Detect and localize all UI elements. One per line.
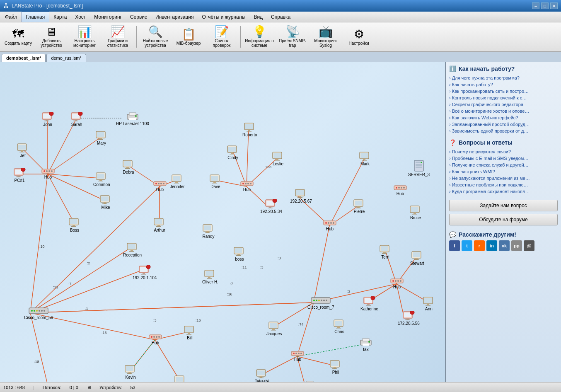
getting-started-link[interactable]: Запланированный простой оборуд… bbox=[449, 121, 558, 128]
node-mike[interactable]: Mike bbox=[99, 195, 112, 210]
node-arthur[interactable]: Arthur bbox=[153, 218, 166, 232]
node-bruce[interactable]: Bruce bbox=[409, 205, 422, 220]
node-ip_192_20_1_104[interactable]: 192.20.1.104 bbox=[133, 265, 157, 280]
toolbar-btn-check-list[interactable]: 📝Список проверок bbox=[206, 24, 237, 50]
node-debra[interactable]: Debra bbox=[122, 160, 135, 174]
getting-started-link[interactable]: Как просканировать сеть и постро… bbox=[449, 88, 558, 94]
qa-link[interactable]: Куда программа сохраняет накопл… bbox=[449, 188, 558, 195]
toolbar-btn-syslog[interactable]: 📺Мониторинг Syslog bbox=[310, 24, 341, 50]
getting-started-link[interactable]: Зависимость одной проверки от д… bbox=[449, 128, 558, 134]
menu-item-reports[interactable]: Отчёты и журналы bbox=[198, 12, 249, 22]
social-btn-linkedin[interactable]: in bbox=[486, 240, 497, 251]
tab-demo_rus[interactable]: demo_rus.lsm* bbox=[46, 54, 86, 62]
qa-link[interactable]: Почему не рисуются связи? bbox=[449, 148, 558, 155]
qa-link[interactable]: Известные проблемы при подклю… bbox=[449, 181, 558, 188]
toolbar-btn-settings[interactable]: ⚙Настройки bbox=[343, 24, 375, 50]
node-roberto[interactable]: Roberto bbox=[242, 122, 257, 137]
toolbar-btn-charts[interactable]: 📈Графики и статистика bbox=[102, 24, 133, 50]
restore-button[interactable]: □ bbox=[541, 2, 549, 9]
menu-item-home[interactable]: Главная bbox=[22, 12, 50, 22]
node-jef[interactable]: Jef bbox=[17, 143, 29, 158]
node-dave[interactable]: Dave bbox=[209, 174, 222, 189]
node-john[interactable]: John bbox=[41, 112, 54, 127]
node-hub_mid[interactable]: Hub bbox=[240, 180, 254, 192]
getting-started-link[interactable]: Контроль новых подключений к с… bbox=[449, 94, 558, 101]
node-hub_main[interactable]: Hub bbox=[390, 278, 404, 289]
node-reception[interactable]: Reception bbox=[123, 242, 142, 257]
node-ip_192_20_5_34[interactable]: 192.20.5.34 bbox=[260, 199, 282, 214]
node-ann[interactable]: Ann bbox=[423, 296, 435, 311]
node-phil[interactable]: Phil bbox=[329, 360, 342, 375]
node-chris[interactable]: Chris bbox=[333, 319, 346, 334]
node-randy[interactable]: Randy bbox=[202, 224, 215, 239]
toolbar-btn-sys-info[interactable]: 💡Информация о системе bbox=[244, 24, 275, 50]
toolbar-btn-setup-monitor[interactable]: 📊Настроить мониторинг bbox=[69, 24, 100, 50]
network-canvas[interactable]: Jef John Sarah HP LaserJet 1100 Mary bbox=[0, 62, 445, 382]
toolbar-btn-find-devices[interactable]: 🔍Найти новые устройства bbox=[140, 24, 171, 50]
menu-item-service[interactable]: Сервис bbox=[126, 12, 151, 22]
menu-item-view[interactable]: Вид bbox=[249, 12, 267, 22]
node-hub_left[interactable]: Hub bbox=[41, 168, 55, 179]
forum-button[interactable]: Обсудите на форуме bbox=[449, 214, 558, 225]
toolbar-btn-snmp-trap[interactable]: 📡Приём SNMP-trap bbox=[277, 24, 308, 50]
node-bill[interactable]: Bill bbox=[184, 325, 196, 340]
node-hub_right[interactable]: Hub bbox=[394, 184, 407, 196]
minimize-button[interactable]: – bbox=[532, 2, 539, 9]
node-jacques[interactable]: Jacques bbox=[266, 321, 282, 336]
getting-started-link[interactable]: Как включить Web-интерфейс? bbox=[449, 114, 558, 121]
node-sarah[interactable]: Sarah bbox=[70, 112, 83, 127]
toolbar-btn-create-map[interactable]: 🗺Создать карту bbox=[2, 24, 34, 50]
node-cisco7[interactable]: Cisco_room_7 bbox=[307, 296, 334, 310]
node-mary[interactable]: Mary bbox=[95, 131, 108, 145]
node-ip_192_20_5_67[interactable]: 192.20.5.67 bbox=[290, 189, 312, 203]
node-kevin[interactable]: Kevin bbox=[124, 365, 137, 380]
toolbar-btn-add-device[interactable]: 🖥Добавить устройство bbox=[36, 24, 67, 50]
menu-item-map[interactable]: Карта bbox=[49, 12, 71, 22]
toolbar-btn-mib-browser[interactable]: 📋MIB-браузер bbox=[173, 24, 204, 50]
qa-link[interactable]: Как настроить WMI? bbox=[449, 168, 558, 175]
node-stewart[interactable]: Stewart bbox=[410, 251, 424, 266]
getting-started-link[interactable]: Как начать работу? bbox=[449, 81, 558, 88]
menu-item-inventory[interactable]: Инвентаризация bbox=[151, 12, 198, 22]
menu-item-host[interactable]: Хост bbox=[71, 12, 90, 22]
social-btn-people[interactable]: pp bbox=[511, 240, 522, 251]
node-oliver[interactable]: Oliver H. bbox=[202, 269, 218, 284]
node-leslie[interactable]: Leslie bbox=[272, 151, 284, 166]
qa-link[interactable]: Проблемы с E-mail и SMS-уведом… bbox=[449, 155, 558, 162]
qa-link[interactable]: Получение списка служб и другой… bbox=[449, 162, 558, 168]
menu-item-monitor[interactable]: Мониторинг bbox=[90, 12, 126, 22]
getting-started-link[interactable]: Секреты графического редактора bbox=[449, 101, 558, 108]
social-btn-rss[interactable]: r bbox=[474, 240, 485, 251]
node-terri[interactable]: Terri bbox=[379, 244, 392, 259]
social-btn-vk[interactable]: vk bbox=[499, 240, 510, 251]
close-button[interactable]: ✕ bbox=[550, 2, 558, 9]
node-cisco56[interactable]: Cisco_room_56 bbox=[24, 307, 53, 320]
node-boss[interactable]: Boss bbox=[68, 218, 81, 232]
node-pierre[interactable]: Pierre bbox=[353, 199, 365, 214]
node-boss2[interactable]: boss bbox=[233, 247, 246, 261]
social-btn-facebook[interactable]: f bbox=[449, 240, 460, 251]
node-hub_center[interactable]: Hub bbox=[153, 180, 167, 192]
node-hub_bot2[interactable]: Hub bbox=[291, 350, 304, 362]
node-cindy[interactable]: Cindy bbox=[227, 145, 239, 160]
node-kelly[interactable]: Kelly bbox=[174, 375, 186, 382]
node-common[interactable]: Common bbox=[93, 172, 110, 187]
node-mark[interactable]: Mark bbox=[359, 151, 371, 166]
getting-started-link[interactable]: Для чего нужна эта программа? bbox=[449, 75, 558, 81]
tab-demobest[interactable]: demobest_.lsm* bbox=[2, 54, 46, 62]
node-katherine[interactable]: Katherine bbox=[360, 296, 378, 311]
node-hub_bot[interactable]: Hub bbox=[149, 334, 162, 345]
node-hub_mid2[interactable]: Hub bbox=[323, 220, 336, 231]
node-fax[interactable]: fax bbox=[360, 338, 372, 352]
ask-question-button[interactable]: Задайте нам вопрос bbox=[449, 200, 558, 211]
getting-started-link[interactable]: Всё о мониторинге хостов и опове… bbox=[449, 108, 558, 114]
social-btn-twitter[interactable]: t bbox=[462, 240, 472, 251]
menu-item-help[interactable]: Справка bbox=[267, 12, 295, 22]
node-pc1[interactable]: PC#1 bbox=[13, 168, 26, 183]
qa-link[interactable]: Не запускаются приложения из ме… bbox=[449, 175, 558, 181]
social-btn-email[interactable]: @ bbox=[524, 240, 534, 251]
node-npi[interactable]: NPI8E793D bbox=[299, 380, 321, 382]
node-jennifer[interactable]: Jennifer bbox=[170, 174, 185, 189]
node-takashi[interactable]: Takashi bbox=[255, 369, 269, 382]
menu-item-file[interactable]: Файл bbox=[1, 12, 22, 22]
